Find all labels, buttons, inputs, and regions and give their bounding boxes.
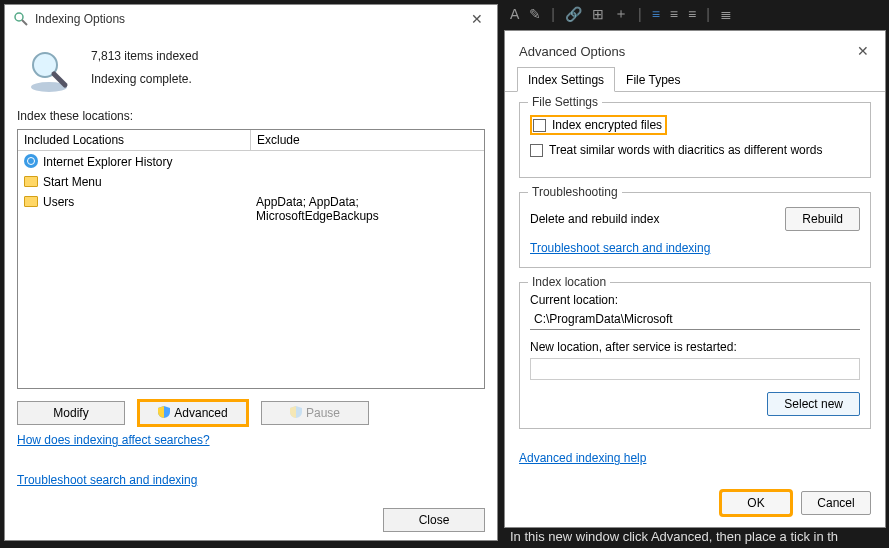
indexing-options-window: Indexing Options ✕ 7,813 items indexed I…	[4, 4, 498, 541]
shield-icon	[290, 406, 302, 418]
titlebar: Indexing Options ✕	[5, 5, 497, 33]
current-location-label: Current location:	[530, 293, 860, 307]
current-location-input[interactable]	[530, 309, 860, 330]
diacritics-label: Treat similar words with diacritics as d…	[549, 143, 822, 157]
close-button[interactable]: Close	[383, 508, 485, 532]
select-new-button[interactable]: Select new	[767, 392, 860, 416]
window-title: Advanced Options	[519, 44, 625, 59]
indexing-status: Indexing complete.	[91, 68, 198, 91]
ok-button[interactable]: OK	[721, 491, 791, 515]
plus-icon: ＋	[614, 5, 628, 23]
troubleshooting-group: Troubleshooting Delete and rebuild index…	[519, 192, 871, 268]
new-location-label: New location, after service is restarted…	[530, 340, 860, 354]
advanced-button[interactable]: Advanced	[139, 401, 247, 425]
encrypted-label: Index encrypted files	[552, 118, 662, 132]
image-icon: ⊞	[592, 6, 604, 22]
svg-line-1	[22, 20, 27, 25]
locations-list: Included Locations Exclude Internet Expl…	[17, 129, 485, 389]
pause-button: Pause	[261, 401, 369, 425]
tabs: Index Settings File Types	[505, 67, 885, 92]
svg-point-0	[15, 13, 23, 21]
link-affect-searches[interactable]: How does indexing affect searches?	[17, 433, 485, 447]
list-icon: ≣	[720, 6, 732, 22]
tab-file-types[interactable]: File Types	[615, 67, 691, 92]
align-right-icon: ≡	[688, 6, 696, 22]
link-icon: 🔗	[565, 6, 582, 22]
checkbox-diacritics[interactable]	[530, 144, 543, 157]
new-location-input[interactable]	[530, 358, 860, 380]
locations-label: Index these locations:	[17, 109, 485, 123]
list-item[interactable]: Internet Explorer History	[18, 151, 484, 172]
col-exclude[interactable]: Exclude	[250, 130, 484, 150]
titlebar: Advanced Options ✕	[505, 31, 885, 67]
ie-icon	[24, 154, 38, 168]
link-troubleshoot[interactable]: Troubleshoot search and indexing	[17, 473, 485, 487]
rebuild-button[interactable]: Rebuild	[785, 207, 860, 231]
cancel-button[interactable]: Cancel	[801, 491, 871, 515]
align-left-icon: ≡	[652, 6, 660, 22]
encrypted-checkbox-highlight: Index encrypted files	[530, 115, 667, 135]
modify-button[interactable]: Modify	[17, 401, 125, 425]
folder-icon	[24, 196, 38, 207]
background-text: In this new window click Advanced, then …	[510, 529, 838, 544]
close-icon[interactable]: ✕	[851, 41, 875, 61]
format-icon: A	[510, 6, 519, 22]
file-settings-group: File Settings Index encrypted files Trea…	[519, 102, 871, 178]
tab-index-settings[interactable]: Index Settings	[517, 67, 615, 92]
background-toolbar: A ✎ | 🔗 ⊞ ＋ | ≡ ≡ ≡ | ≣	[504, 2, 889, 26]
folder-icon	[24, 176, 38, 187]
advanced-options-window: Advanced Options ✕ Index Settings File T…	[504, 30, 886, 528]
index-location-group: Index location Current location: New loc…	[519, 282, 871, 429]
list-item[interactable]: Users AppData; AppData; MicrosoftEdgeBac…	[18, 192, 484, 226]
window-title: Indexing Options	[35, 12, 125, 26]
link-advanced-help[interactable]: Advanced indexing help	[519, 451, 871, 465]
checkbox-encrypted[interactable]	[533, 119, 546, 132]
search-glass-icon	[13, 11, 29, 27]
delete-rebuild-label: Delete and rebuild index	[530, 212, 659, 226]
link-troubleshoot-advanced[interactable]: Troubleshoot search and indexing	[530, 241, 710, 255]
shield-icon	[158, 406, 170, 418]
magnifier-icon	[25, 47, 73, 95]
align-center-icon: ≡	[670, 6, 678, 22]
col-included[interactable]: Included Locations	[18, 130, 250, 150]
items-indexed: 7,813 items indexed	[91, 45, 198, 68]
close-icon[interactable]: ✕	[465, 9, 489, 29]
highlight-icon: ✎	[529, 6, 541, 22]
list-item[interactable]: Start Menu	[18, 172, 484, 192]
